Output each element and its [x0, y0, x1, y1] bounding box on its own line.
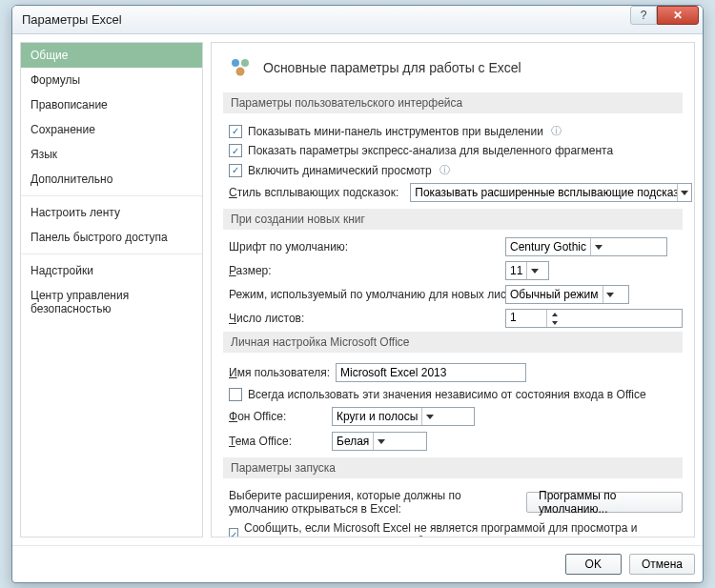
sidebar-item-advanced[interactable]: Дополнительно: [21, 167, 202, 192]
section-newbook-title: При создании новых книг: [223, 209, 683, 230]
select-office-theme[interactable]: Белая: [332, 432, 427, 451]
category-sidebar: Общие Формулы Правописание Сохранение Яз…: [20, 42, 203, 537]
sidebar-item-save[interactable]: Сохранение: [21, 117, 202, 142]
options-dialog: Параметры Excel ? ✕ Общие Формулы Правоп…: [11, 5, 704, 583]
dialog-footer: OK Отмена: [12, 545, 703, 582]
help-icon[interactable]: ?: [630, 6, 657, 25]
label-office-theme: Тема Office:: [229, 435, 326, 448]
input-username[interactable]: [336, 363, 526, 382]
section-startup-title: Параметры запуска: [223, 457, 683, 478]
checkbox-live-preview[interactable]: [229, 164, 242, 177]
sidebar-item-proofing[interactable]: Правописание: [21, 92, 202, 117]
help-icon[interactable]: ⓘ: [439, 163, 450, 177]
svg-point-0: [232, 59, 239, 67]
label-minibar: Показывать мини-панель инструментов при …: [248, 125, 543, 138]
sidebar-item-customize-ribbon[interactable]: Настроить ленту: [21, 200, 202, 225]
section-personal-title: Личная настройка Microsoft Office: [223, 332, 683, 353]
general-options-icon: [227, 54, 254, 81]
chevron-up-icon[interactable]: [547, 310, 562, 318]
select-office-bg[interactable]: Круги и полосы: [332, 407, 475, 426]
close-icon[interactable]: ✕: [657, 6, 699, 25]
checkbox-tell-default[interactable]: [229, 528, 238, 537]
label-default-font: Шрифт по умолчанию:: [229, 240, 505, 253]
sidebar-item-formulas[interactable]: Формулы: [21, 68, 202, 92]
svg-point-1: [241, 59, 249, 67]
main-panel: Основные параметры для работы с Excel Па…: [211, 42, 695, 537]
label-font-size: Размер:: [229, 264, 505, 277]
chevron-down-icon: [421, 408, 437, 425]
sidebar-item-addins[interactable]: Надстройки: [21, 258, 202, 283]
label-office-bg: Фон Office:: [229, 410, 326, 423]
sidebar-item-trust-center[interactable]: Центр управления безопасностью: [21, 283, 202, 321]
label-quick-analysis: Показать параметры экспресс-анализа для …: [248, 144, 613, 157]
sidebar-item-language[interactable]: Язык: [21, 142, 202, 167]
chevron-down-icon: [677, 184, 691, 201]
help-icon[interactable]: ⓘ: [551, 124, 562, 138]
label-live-preview: Включить динамический просмотр: [248, 164, 432, 177]
svg-point-2: [236, 68, 245, 76]
chevron-down-icon: [373, 433, 388, 450]
label-always-use-values: Всегда использовать эти значения независ…: [248, 388, 646, 401]
select-font-size[interactable]: 11: [505, 261, 549, 280]
spinner-sheet-count[interactable]: 1: [505, 309, 683, 328]
label-tell-default: Сообщить, если Microsoft Excel не являет…: [244, 521, 683, 537]
cancel-button[interactable]: Отмена: [629, 554, 695, 575]
chevron-down-icon: [526, 262, 541, 279]
checkbox-quick-analysis[interactable]: [229, 144, 242, 157]
titlebar: Параметры Excel ? ✕: [12, 6, 703, 34]
sidebar-item-general[interactable]: Общие: [21, 43, 202, 68]
default-programs-button[interactable]: Программы по умолчанию...: [526, 492, 683, 513]
ok-button[interactable]: OK: [565, 554, 622, 575]
chevron-down-icon: [590, 238, 605, 255]
label-default-ext: Выберите расширения, которые должны по у…: [229, 489, 515, 516]
chevron-down-icon: [603, 286, 618, 303]
checkbox-always-use-values[interactable]: [229, 388, 242, 401]
chevron-down-icon[interactable]: [547, 318, 562, 327]
label-sheet-count: Число листов:: [229, 312, 505, 325]
window-title: Параметры Excel: [22, 12, 122, 27]
label-username: Имя пользователя:: [229, 366, 330, 379]
sidebar-item-qat[interactable]: Панель быстрого доступа: [21, 225, 202, 250]
select-default-view[interactable]: Обычный режим: [505, 285, 629, 304]
page-title: Основные параметры для работы с Excel: [263, 60, 521, 75]
label-tooltip-style: Стиль всплывающих подсказок:: [229, 186, 398, 199]
checkbox-minibar[interactable]: [229, 125, 242, 138]
select-tooltip-style[interactable]: Показывать расширенные всплывающие подск…: [410, 183, 692, 202]
label-default-view: Режим, используемый по умолчанию для нов…: [229, 288, 505, 301]
select-default-font[interactable]: Century Gothic: [505, 237, 667, 256]
section-ui-title: Параметры пользовательского интерфейса: [223, 92, 683, 113]
